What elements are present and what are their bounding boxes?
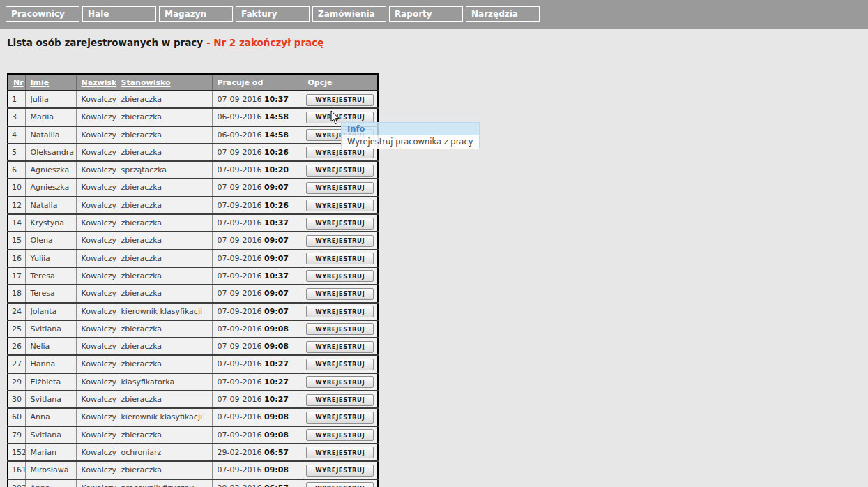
table-row: 10 Agnieszka Kowalczyk zbieraczka 07-09-…	[8, 179, 378, 196]
unregister-button[interactable]: WYREJESTRUJ	[306, 165, 374, 177]
cell-opcje: WYREJESTRUJ	[303, 303, 378, 320]
unregister-button[interactable]: WYREJESTRUJ	[306, 218, 374, 230]
cell-imie: Marian	[25, 444, 76, 461]
unregister-button[interactable]: WYREJESTRUJ	[306, 341, 374, 353]
cell-nazwisko: Kowalczyk	[76, 355, 116, 373]
cell-opcje: WYREJESTRUJ	[303, 355, 378, 373]
cell-stanowisko: zbieraczka	[116, 91, 212, 108]
nav-tab[interactable]: Raporty	[389, 6, 463, 22]
cell-pracuje-od: 07-09-2016 10:37	[212, 91, 303, 108]
table-row: 152 Marian Kowalczyk ochroniarz 29-02-20…	[8, 444, 378, 461]
column-header[interactable]: Nr	[8, 74, 25, 91]
work-date: 07-09-2016	[218, 307, 262, 316]
cell-imie: Jolanta	[25, 303, 76, 320]
work-time: 09:08	[264, 342, 289, 351]
page-title-alert: - Nr 2 zakończył pracę	[206, 37, 323, 48]
nav-tab[interactable]: Zamówienia	[312, 6, 386, 22]
cell-stanowisko: kierownik klasyfikacji	[116, 303, 212, 320]
unregister-button[interactable]: WYREJESTRUJ	[306, 447, 374, 458]
cell-nr: 6	[8, 161, 25, 179]
nav-tab[interactable]: Hale	[82, 6, 156, 22]
column-header[interactable]: Stanowisko	[116, 74, 212, 91]
cell-nazwisko: Kowalczyk	[76, 144, 116, 161]
nav-tab[interactable]: Faktury	[236, 6, 310, 22]
nav-tab[interactable]: Pracownicy	[6, 6, 79, 22]
cell-nazwisko: Kowalczyk	[76, 320, 116, 338]
column-header[interactable]: Nazwisko	[76, 74, 116, 91]
cell-stanowisko: zbieraczka	[116, 285, 212, 302]
cell-nr: 1	[8, 91, 25, 108]
column-header[interactable]: Imię	[25, 74, 76, 91]
cell-imie: Anna	[25, 479, 76, 487]
unregister-button[interactable]: WYREJESTRUJ	[306, 288, 374, 300]
work-time: 10:37	[264, 95, 289, 104]
work-time: 09:07	[264, 289, 289, 298]
cell-pracuje-od: 07-09-2016 10:26	[212, 144, 303, 161]
work-time: 10:37	[264, 218, 289, 227]
cell-nazwisko: Kowalczyk	[76, 267, 116, 285]
work-date: 07-09-2016	[218, 412, 262, 421]
cell-stanowisko: zbieraczka	[116, 126, 212, 144]
work-date: 07-09-2016	[218, 377, 262, 387]
unregister-button[interactable]: WYREJESTRUJ	[306, 412, 374, 424]
cell-stanowisko: pracownik fizyczny	[116, 479, 212, 487]
cell-stanowisko: zbieraczka	[116, 179, 212, 196]
cell-nazwisko: Kowalczyk	[76, 108, 116, 126]
work-date: 07-09-2016	[218, 465, 262, 474]
cell-pracuje-od: 06-09-2016 14:58	[212, 108, 303, 126]
unregister-button[interactable]: WYREJESTRUJ	[306, 465, 374, 477]
cell-nr: 27	[8, 355, 25, 373]
work-date: 07-09-2016	[218, 254, 262, 263]
cell-nr: 24	[8, 303, 25, 320]
unregister-button[interactable]: WYREJESTRUJ	[306, 94, 374, 106]
table-row: 79 Svitlana Kowalczyk zbieraczka 07-09-2…	[8, 426, 378, 444]
cell-opcje: WYREJESTRUJ	[303, 320, 378, 338]
unregister-button[interactable]: WYREJESTRUJ	[306, 323, 374, 335]
unregister-button[interactable]: WYREJESTRUJ	[306, 306, 374, 317]
table-row: 60 Anna Kowalczyk kierownik klasyfikacji…	[8, 408, 378, 426]
cell-nr: 60	[8, 408, 25, 426]
unregister-button[interactable]: WYREJESTRUJ	[306, 270, 374, 282]
employee-table: Nr Imię Nazwisko Stanowisko Pracuje od O…	[7, 73, 379, 487]
cell-nr: 17	[8, 267, 25, 285]
cell-stanowisko: zbieraczka	[116, 250, 212, 267]
unregister-button[interactable]: WYREJESTRUJ	[306, 429, 374, 441]
work-date: 07-09-2016	[218, 289, 262, 298]
cell-pracuje-od: 06-09-2016 14:58	[212, 126, 303, 144]
cell-opcje: WYREJESTRUJ	[303, 161, 378, 179]
cell-nazwisko: Kowalczyk	[76, 479, 116, 487]
cell-imie: Olena	[25, 232, 76, 249]
cell-stanowisko: zbieraczka	[116, 461, 212, 479]
unregister-button[interactable]: WYREJESTRUJ	[306, 200, 374, 211]
work-date: 07-09-2016	[218, 395, 262, 404]
work-date: 07-09-2016	[218, 218, 262, 227]
work-date: 07-09-2016	[218, 342, 262, 351]
table-row: 25 Svitlana Kowalczyk zbieraczka 07-09-2…	[8, 320, 378, 338]
cell-stanowisko: zbieraczka	[116, 214, 212, 232]
cell-stanowisko: ochroniarz	[116, 444, 212, 461]
column-header: Opcje	[303, 74, 378, 91]
cell-opcje: WYREJESTRUJ	[303, 444, 378, 461]
table-row: 26 Nelia Kowalczyk zbieraczka 07-09-2016…	[8, 338, 378, 355]
cell-nazwisko: Kowalczyk	[76, 391, 116, 408]
work-date: 07-09-2016	[218, 236, 262, 245]
work-time: 09:08	[264, 430, 289, 440]
work-time: 09:07	[264, 307, 289, 316]
cell-imie: Svitlana	[25, 391, 76, 408]
unregister-button[interactable]: WYREJESTRUJ	[306, 253, 374, 264]
table-row: 24 Jolanta Kowalczyk kierownik klasyfika…	[8, 303, 378, 320]
work-time: 06:57	[264, 484, 289, 487]
cell-stanowisko: zbieraczka	[116, 338, 212, 355]
unregister-button[interactable]: WYREJESTRUJ	[306, 482, 374, 487]
unregister-button[interactable]: WYREJESTRUJ	[306, 376, 374, 388]
nav-tab[interactable]: Magazyn	[159, 6, 233, 22]
work-date: 06-09-2016	[218, 112, 262, 121]
unregister-button[interactable]: WYREJESTRUJ	[306, 235, 374, 247]
work-date: 07-09-2016	[218, 430, 262, 440]
table-row: 3 Mariia Kowalczyk zbieraczka 06-09-2016…	[8, 108, 378, 126]
nav-tab[interactable]: Narzędzia	[466, 6, 540, 22]
unregister-button[interactable]: WYREJESTRUJ	[306, 394, 374, 406]
unregister-button[interactable]: WYREJESTRUJ	[306, 182, 374, 194]
cell-nr: 10	[8, 179, 25, 196]
unregister-button[interactable]: WYREJESTRUJ	[306, 359, 374, 370]
